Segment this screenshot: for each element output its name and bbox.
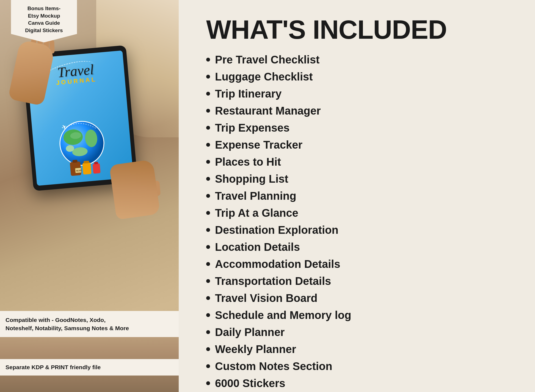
list-item: Location Details xyxy=(206,238,513,255)
compat-text: Compatible with - GoodNotes, Xodo,Notesh… xyxy=(5,317,129,331)
list-item-text: Trip At a Glance xyxy=(215,204,298,221)
list-item-text: Custom Notes Section xyxy=(215,358,332,375)
bullet-icon xyxy=(206,194,210,198)
list-item: Shopping List xyxy=(206,170,513,187)
list-item-text: Travel Planning xyxy=(215,187,296,204)
bonus-banner-shape: Bonus Items-Etsy MockupCanva GuideDigita… xyxy=(11,0,77,42)
bullet-icon xyxy=(206,330,210,334)
svg-rect-12 xyxy=(93,163,101,174)
list-item: 6000 Stickers xyxy=(206,375,513,392)
list-item: Pre Travel Checklist xyxy=(206,51,513,68)
bullet-icon xyxy=(206,109,210,113)
bullet-icon xyxy=(206,296,210,300)
bullet-icon xyxy=(206,279,210,283)
list-item: Trip At a Glance xyxy=(206,204,513,221)
list-item-text: 6000 Stickers xyxy=(215,375,285,392)
list-item: Daily Planner xyxy=(206,324,513,341)
list-item: Custom Notes Section xyxy=(206,358,513,375)
bullet-icon xyxy=(206,126,210,130)
items-list: Pre Travel ChecklistLuggage ChecklistTri… xyxy=(206,51,513,392)
list-item: Destination Exploration xyxy=(206,221,513,238)
list-item-text: Location Details xyxy=(215,238,300,255)
bullet-icon xyxy=(206,228,210,232)
bonus-text: Bonus Items-Etsy MockupCanva GuideDigita… xyxy=(25,5,63,33)
bullet-icon xyxy=(206,381,210,385)
list-item: Travel Planning xyxy=(206,187,513,204)
list-item-text: Travel Vision Board xyxy=(215,290,318,307)
bullet-icon xyxy=(206,313,210,317)
list-item-text: Restaurant Manager xyxy=(215,102,321,119)
list-item-text: Shopping List xyxy=(215,170,288,187)
list-item-text: Weekly Planner xyxy=(215,341,296,358)
bullet-icon xyxy=(206,75,210,79)
list-item-text: Places to Hit xyxy=(215,153,281,170)
list-item-text: Trip Expenses xyxy=(215,119,289,136)
kdp-bar: Separate KDP & PRINT friendly file xyxy=(0,359,179,376)
list-item: Schedule and Memory log xyxy=(206,307,513,324)
list-item: Weekly Planner xyxy=(206,341,513,358)
list-item-text: Transportation Details xyxy=(215,273,331,290)
list-item: Places to Hit xyxy=(206,153,513,170)
kdp-text: Separate KDP & PRINT friendly file xyxy=(5,364,101,370)
list-item-text: Daily Planner xyxy=(215,324,285,341)
svg-rect-11 xyxy=(84,161,89,164)
list-item: Expense Tracker xyxy=(206,136,513,153)
svg-rect-9 xyxy=(72,160,78,163)
compat-bar: Compatible with - GoodNotes, Xodo,Notesh… xyxy=(0,311,179,337)
list-item: Accommodation Details xyxy=(206,255,513,273)
bullet-icon xyxy=(206,347,210,351)
left-panel: Travel JOURNAL xyxy=(0,0,179,392)
bullet-icon xyxy=(206,245,210,249)
bullet-icon xyxy=(206,160,210,164)
right-panel: WHAT'S INCLUDED Pre Travel ChecklistLugg… xyxy=(179,0,535,392)
svg-text:MAP: MAP xyxy=(76,169,82,172)
list-item-text: Luggage Checklist xyxy=(215,68,313,85)
list-item: Travel Vision Board xyxy=(206,290,513,307)
list-item: Transportation Details xyxy=(206,273,513,290)
bullet-icon xyxy=(206,143,210,147)
bullet-icon xyxy=(206,58,210,62)
bonus-banner: Bonus Items-Etsy MockupCanva GuideDigita… xyxy=(11,0,77,42)
bullet-icon xyxy=(206,262,210,266)
svg-rect-13 xyxy=(94,162,98,164)
bullet-icon xyxy=(206,92,210,96)
hand-right xyxy=(109,159,160,220)
list-item: Trip Itinerary xyxy=(206,85,513,102)
bullet-icon xyxy=(206,177,210,181)
list-item: Luggage Checklist xyxy=(206,68,513,85)
list-item: Restaurant Manager xyxy=(206,102,513,119)
globe-illustration: ✈ MAP xyxy=(46,110,118,182)
list-item-text: Pre Travel Checklist xyxy=(215,51,319,68)
list-item: Trip Expenses xyxy=(206,119,513,136)
svg-rect-10 xyxy=(82,162,92,174)
bullet-icon xyxy=(206,364,210,368)
bullet-icon xyxy=(206,211,210,215)
list-item-text: Destination Exploration xyxy=(215,221,338,238)
list-item-text: Expense Tracker xyxy=(215,136,302,153)
list-item-text: Trip Itinerary xyxy=(215,85,282,102)
main-heading: WHAT'S INCLUDED xyxy=(206,16,513,43)
list-item-text: Accommodation Details xyxy=(215,255,340,273)
list-item-text: Schedule and Memory log xyxy=(215,307,351,324)
